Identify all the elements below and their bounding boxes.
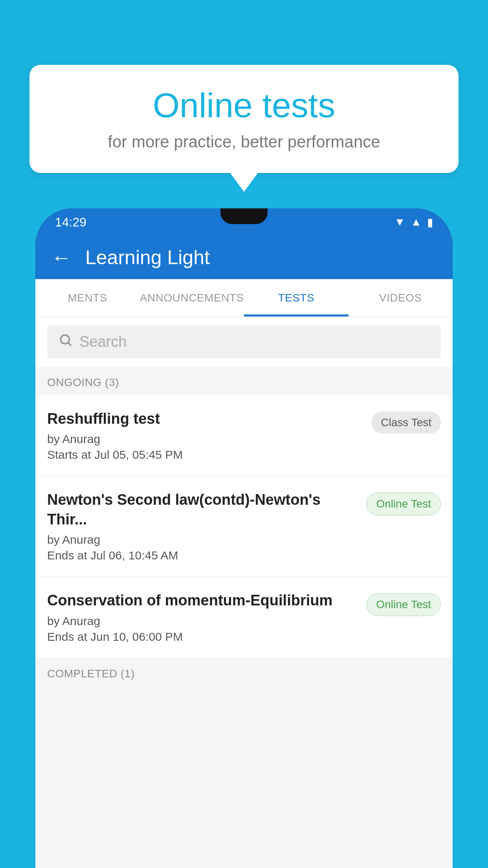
svg-point-0 — [61, 335, 69, 344]
test-name: Reshuffling test — [47, 409, 363, 428]
test-info: Conservation of momentum-Equilibrium by … — [47, 591, 358, 643]
bubble-subtitle: for more practice, better performance — [53, 132, 435, 151]
test-author: by Anurag — [47, 533, 358, 546]
phone-screen: Search ONGOING (3) Reshuffling test by A… — [35, 317, 453, 868]
test-list: Reshuffling test by Anurag Starts at Jul… — [35, 395, 453, 658]
completed-section-header: COMPLETED (1) — [35, 658, 453, 686]
test-item[interactable]: Reshuffling test by Anurag Starts at Jul… — [35, 395, 453, 476]
app-title: Learning Light — [85, 246, 210, 269]
tab-videos[interactable]: VIDEOS — [349, 279, 453, 316]
notch — [220, 208, 268, 224]
tab-tests[interactable]: TESTS — [244, 279, 349, 316]
test-time: Starts at Jul 05, 05:45 PM — [47, 448, 363, 462]
test-item[interactable]: Conservation of momentum-Equilibrium by … — [35, 577, 453, 658]
test-info: Newton's Second law(contd)-Newton's Thir… — [47, 490, 358, 562]
search-icon — [58, 333, 73, 351]
status-bar: 14:29 ▼ ▲ ▮ — [35, 208, 453, 236]
search-placeholder-text: Search — [79, 333, 127, 350]
test-info: Reshuffling test by Anurag Starts at Jul… — [47, 409, 363, 462]
test-badge-class: Class Test — [371, 412, 441, 434]
battery-icon: ▮ — [427, 216, 433, 229]
phone-frame: 14:29 ▼ ▲ ▮ ← Learning Light MENTS ANNOU… — [35, 208, 453, 868]
status-time: 14:29 — [55, 215, 86, 230]
search-bar: Search — [35, 317, 453, 367]
back-button[interactable]: ← — [51, 246, 72, 269]
test-time: Ends at Jul 06, 10:45 AM — [47, 549, 358, 562]
test-badge-online: Online Test — [366, 593, 441, 616]
test-time: Ends at Jun 10, 06:00 PM — [47, 630, 358, 644]
test-author: by Anurag — [47, 432, 363, 446]
wifi-icon: ▼ — [394, 216, 405, 228]
test-name: Newton's Second law(contd)-Newton's Thir… — [47, 490, 358, 529]
signal-icon: ▲ — [411, 216, 422, 228]
tab-announcements[interactable]: ANNOUNCEMENTS — [140, 279, 244, 316]
status-icons: ▼ ▲ ▮ — [394, 216, 433, 229]
promo-speech-bubble: Online tests for more practice, better p… — [29, 65, 459, 173]
ongoing-section-header: ONGOING (3) — [35, 367, 453, 395]
test-badge-online: Online Test — [366, 493, 441, 515]
test-author: by Anurag — [47, 614, 358, 628]
svg-line-1 — [68, 343, 71, 346]
tab-bar: MENTS ANNOUNCEMENTS TESTS VIDEOS — [35, 279, 453, 317]
tab-assignments[interactable]: MENTS — [35, 279, 140, 316]
app-bar: ← Learning Light — [35, 236, 453, 279]
test-item[interactable]: Newton's Second law(contd)-Newton's Thir… — [35, 476, 453, 577]
bubble-title: Online tests — [53, 86, 435, 125]
search-input-wrap[interactable]: Search — [47, 326, 441, 358]
test-name: Conservation of momentum-Equilibrium — [47, 591, 358, 610]
